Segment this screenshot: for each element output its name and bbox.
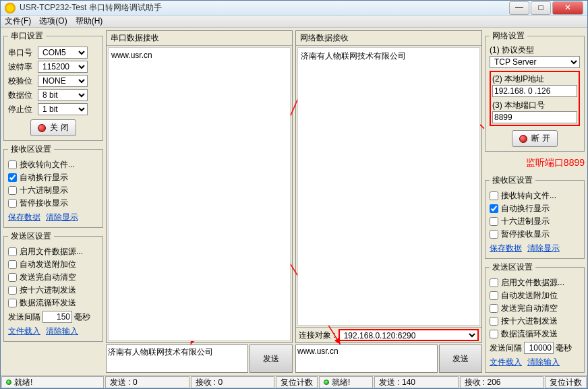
serial-recv-pane: 串口数据接收 www.usr.cn [106, 30, 293, 343]
net-recv-pane: 网络数据接收 济南有人物联网技术有限公司 连接对象 : 192.168.0.12… [295, 30, 482, 343]
send-settings-left: 发送区设置 启用文件数据源... 自动发送附加位 发送完自动清空 按十六进制发送… [3, 231, 103, 342]
maximize-button[interactable]: □ [531, 1, 551, 15]
baud-select[interactable]: 115200 [38, 61, 88, 73]
send-interval-right[interactable] [524, 342, 554, 354]
net-send-button[interactable]: 发送 [439, 345, 482, 373]
recv-pause-right[interactable] [490, 230, 498, 239]
recv-settings-right: 接收区设置 接收转向文件... 自动换行显示 十六进制显示 暂停接收显示 保存数… [485, 175, 585, 259]
stopbits-select[interactable]: 1 bit [38, 103, 88, 115]
recv-hex-left[interactable] [8, 186, 17, 195]
clear-input-right[interactable]: 清除输入 [527, 357, 560, 368]
menubar: 文件(F) 选项(O) 帮助(H) [1, 16, 587, 28]
clear-display-right[interactable]: 清除显示 [527, 243, 560, 254]
reset-count-left[interactable]: 复位计数 [276, 376, 318, 388]
serial-settings: 串口设置 串口号COM5 波特率115200 校验位NONE 数据位8 bit … [3, 30, 103, 141]
serial-port-select[interactable]: COM5 [38, 47, 88, 59]
menu-file[interactable]: 文件(F) [5, 16, 31, 27]
menu-help[interactable]: 帮助(H) [76, 16, 103, 27]
send-loop-left[interactable] [8, 299, 17, 307]
send-auto-extra-left[interactable] [8, 260, 17, 269]
clear-display-left[interactable]: 清除显示 [46, 212, 78, 223]
send-loop-right[interactable] [490, 330, 498, 338]
send-from-file-right[interactable] [490, 278, 498, 287]
conn-target-select[interactable]: 192.168.0.120:6290 [339, 329, 479, 341]
send-interval-left[interactable] [42, 311, 72, 323]
save-data-right[interactable]: 保存数据 [490, 243, 522, 254]
file-load-left[interactable]: 文件载入 [8, 326, 40, 337]
save-data-left[interactable]: 保存数据 [8, 212, 40, 223]
serial-recv-body[interactable]: www.usr.cn [108, 47, 291, 341]
statusbar: 就绪! 发送 : 0 接收 : 0 复位计数 就绪! 发送 : 140 接收 :… [1, 376, 587, 388]
send-clear-after-right[interactable] [490, 304, 498, 313]
red-dot-icon [519, 135, 527, 143]
serial-close-button[interactable]: 关 闭 [30, 119, 76, 136]
window-title: USR-TCP232-Test 串口转网络调试助手 [20, 2, 509, 13]
recv-to-file-right[interactable] [490, 191, 498, 200]
send-clear-after-left[interactable] [8, 273, 17, 282]
net-disconnect-button[interactable]: 断 开 [512, 130, 557, 147]
ready-icon [6, 380, 11, 385]
databits-select[interactable]: 8 bit [38, 89, 88, 101]
serial-send-button[interactable]: 发送 [249, 345, 293, 373]
minimize-button[interactable]: — [509, 1, 529, 15]
send-settings-right: 发送区设置 启用文件数据源... 自动发送附加位 发送完自动清空 按十六进制发送… [485, 262, 585, 373]
recv-hex-right[interactable] [490, 217, 498, 226]
send-auto-extra-right[interactable] [490, 291, 498, 300]
ready-icon [324, 380, 329, 385]
local-ip-input[interactable] [492, 85, 577, 97]
recv-pause-left[interactable] [8, 199, 17, 208]
recv-autowrap-right[interactable] [490, 204, 498, 213]
proto-select[interactable]: TCP Server [490, 56, 580, 68]
net-settings: 网络设置 (1) 协议类型 TCP Server (2) 本地IP地址 (3) … [485, 30, 585, 152]
parity-select[interactable]: NONE [38, 75, 88, 87]
titlebar: USR-TCP232-Test 串口转网络调试助手 — □ ✕ [1, 1, 587, 16]
recv-to-file-left[interactable] [8, 160, 17, 169]
annotation-listen-port: 监听端口8899 [485, 157, 585, 169]
reset-count-right[interactable]: 复位计数 [545, 376, 587, 388]
file-load-right[interactable]: 文件载入 [490, 357, 522, 368]
red-dot-icon [38, 124, 46, 132]
app-icon [5, 3, 16, 13]
serial-send-text[interactable]: 济南有人物联网技术有限公司 [106, 345, 248, 373]
send-from-file-left[interactable] [8, 247, 17, 256]
local-port-input[interactable] [492, 111, 577, 123]
recv-settings-left: 接收区设置 接收转向文件... 自动换行显示 十六进制显示 暂停接收显示 保存数… [3, 144, 103, 228]
close-button[interactable]: ✕ [552, 1, 583, 15]
clear-input-left[interactable]: 清除输入 [46, 326, 78, 337]
send-hex-left[interactable] [8, 286, 17, 295]
recv-autowrap-left[interactable] [8, 173, 17, 182]
menu-options[interactable]: 选项(O) [39, 16, 67, 27]
send-hex-right[interactable] [490, 317, 498, 326]
net-send-text[interactable]: www.usr.cn [295, 345, 438, 373]
net-recv-body[interactable]: 济南有人物联网技术有限公司 [297, 47, 480, 326]
